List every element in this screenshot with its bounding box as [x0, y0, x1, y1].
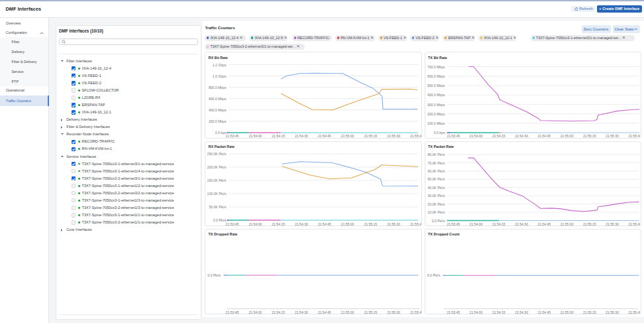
svg-text:21:53:45: 21:53:45: [447, 222, 460, 226]
svg-text:21:55:15: 21:55:15: [364, 222, 377, 226]
svg-text:21:54:30: 21:54:30: [515, 222, 528, 226]
svg-text:21:55:30: 21:55:30: [606, 134, 619, 138]
svg-text:60.0K Pkt/s: 60.0K Pkt/s: [427, 169, 445, 173]
svg-text:600.0 Mbps: 600.0 Mbps: [427, 74, 445, 78]
svg-text:21:54:15: 21:54:15: [272, 134, 285, 138]
svg-text:21:55:30: 21:55:30: [606, 310, 619, 314]
svg-text:21:54:30: 21:54:30: [515, 134, 528, 138]
svg-text:21:54:45: 21:54:45: [318, 134, 331, 138]
svg-text:21:53:45: 21:53:45: [447, 134, 460, 138]
svg-text:21:54:45: 21:54:45: [537, 134, 551, 138]
svg-text:21:54:30: 21:54:30: [295, 222, 308, 226]
svg-text:1.0 Gbps: 1.0 Gbps: [213, 74, 227, 78]
svg-text:21:55:15: 21:55:15: [364, 310, 377, 314]
svg-text:21:54:00: 21:54:00: [469, 310, 482, 314]
svg-text:21:55:15: 21:55:15: [582, 310, 596, 314]
svg-text:21:55:30: 21:55:30: [387, 310, 400, 314]
svg-text:200.0K Pkt/s: 200.0K Pkt/s: [207, 165, 227, 169]
svg-text:21:53:45: 21:53:45: [447, 310, 460, 314]
svg-text:21:54:15: 21:54:15: [272, 310, 285, 314]
svg-text:400.0 Mbps: 400.0 Mbps: [427, 93, 445, 97]
svg-text:500.0 Mbps: 500.0 Mbps: [427, 84, 445, 88]
svg-text:0.0 bps: 0.0 bps: [215, 131, 227, 135]
svg-text:21:54:15: 21:54:15: [272, 222, 285, 226]
svg-text:21:55:45: 21:55:45: [628, 222, 640, 226]
svg-text:400.0 Mbps: 400.0 Mbps: [209, 108, 227, 112]
svg-text:21:55:45: 21:55:45: [628, 134, 640, 138]
svg-text:21:55:45: 21:55:45: [410, 222, 421, 226]
svg-text:20.0K Pkt/s: 20.0K Pkt/s: [427, 202, 445, 206]
svg-text:0.0 bps: 0.0 bps: [433, 131, 445, 135]
svg-text:50.0K Pkt/s: 50.0K Pkt/s: [209, 205, 227, 209]
svg-text:21:54:00: 21:54:00: [469, 134, 482, 138]
svg-text:21:54:00: 21:54:00: [248, 222, 262, 226]
svg-text:21:55:30: 21:55:30: [387, 134, 400, 138]
svg-text:21:54:45: 21:54:45: [537, 310, 551, 314]
svg-text:21:53:45: 21:53:45: [226, 134, 239, 138]
svg-text:21:54:30: 21:54:30: [295, 310, 308, 314]
svg-text:21:54:15: 21:54:15: [492, 222, 505, 226]
svg-text:0.0 Pkt/s: 0.0 Pkt/s: [427, 273, 440, 277]
svg-text:21:55:30: 21:55:30: [387, 222, 400, 226]
svg-text:21:54:15: 21:54:15: [492, 134, 505, 138]
svg-text:21:55:15: 21:55:15: [582, 222, 596, 226]
svg-text:21:55:15: 21:55:15: [364, 134, 377, 138]
svg-text:0.0 Pkt/s: 0.0 Pkt/s: [213, 218, 227, 222]
svg-text:0.0 Pkt/s: 0.0 Pkt/s: [431, 218, 445, 222]
svg-text:40.0K Pkt/s: 40.0K Pkt/s: [427, 185, 445, 189]
svg-text:21:55:15: 21:55:15: [582, 134, 596, 138]
svg-text:21:54:30: 21:54:30: [515, 310, 528, 314]
svg-text:21:55:45: 21:55:45: [410, 134, 421, 138]
svg-text:21:54:00: 21:54:00: [248, 310, 262, 314]
svg-text:1.2 Gbps: 1.2 Gbps: [213, 63, 227, 67]
svg-text:100.0K Pkt/s: 100.0K Pkt/s: [207, 192, 227, 196]
svg-text:200.0 Mbps: 200.0 Mbps: [209, 119, 227, 123]
svg-text:21:55:00: 21:55:00: [560, 310, 573, 314]
svg-text:21:54:45: 21:54:45: [318, 222, 331, 226]
svg-text:21:55:00: 21:55:00: [341, 134, 354, 138]
svg-text:21:55:45: 21:55:45: [410, 310, 421, 314]
svg-text:21:53:45: 21:53:45: [226, 310, 239, 314]
svg-text:21:54:15: 21:54:15: [492, 310, 505, 314]
svg-text:21:54:00: 21:54:00: [469, 222, 482, 226]
svg-text:10.0K Pkt/s: 10.0K Pkt/s: [427, 210, 445, 214]
svg-text:30.0K Pkt/s: 30.0K Pkt/s: [427, 194, 445, 198]
svg-text:21:55:00: 21:55:00: [560, 134, 573, 138]
svg-text:21:55:00: 21:55:00: [341, 222, 354, 226]
svg-text:21:55:30: 21:55:30: [606, 222, 619, 226]
svg-text:800.0 Mbps: 800.0 Mbps: [209, 86, 227, 90]
svg-text:21:54:45: 21:54:45: [318, 310, 331, 314]
svg-text:21:54:00: 21:54:00: [248, 134, 262, 138]
svg-text:21:54:45: 21:54:45: [537, 222, 551, 226]
svg-text:300.0 Mbps: 300.0 Mbps: [427, 103, 445, 107]
svg-text:0.0 Pkt/s: 0.0 Pkt/s: [207, 273, 221, 277]
svg-text:21:55:45: 21:55:45: [628, 310, 640, 314]
svg-text:21:53:45: 21:53:45: [226, 222, 239, 226]
svg-text:21:54:30: 21:54:30: [295, 134, 308, 138]
svg-text:21:55:00: 21:55:00: [341, 310, 354, 314]
svg-text:200.0 Mbps: 200.0 Mbps: [427, 112, 445, 116]
svg-text:50.0K Pkt/s: 50.0K Pkt/s: [427, 177, 445, 181]
svg-text:70.0K Pkt/s: 70.0K Pkt/s: [427, 161, 445, 164]
svg-text:80.0K Pkt/s: 80.0K Pkt/s: [427, 153, 445, 157]
svg-text:21:55:00: 21:55:00: [560, 222, 573, 226]
svg-text:100.0 Mbps: 100.0 Mbps: [427, 121, 445, 125]
svg-text:250.0K Pkt/s: 250.0K Pkt/s: [207, 152, 227, 156]
svg-text:150.0K Pkt/s: 150.0K Pkt/s: [207, 178, 227, 182]
svg-text:600.0 Mbps: 600.0 Mbps: [209, 97, 227, 101]
svg-text:700.0 Mbps: 700.0 Mbps: [427, 65, 445, 69]
